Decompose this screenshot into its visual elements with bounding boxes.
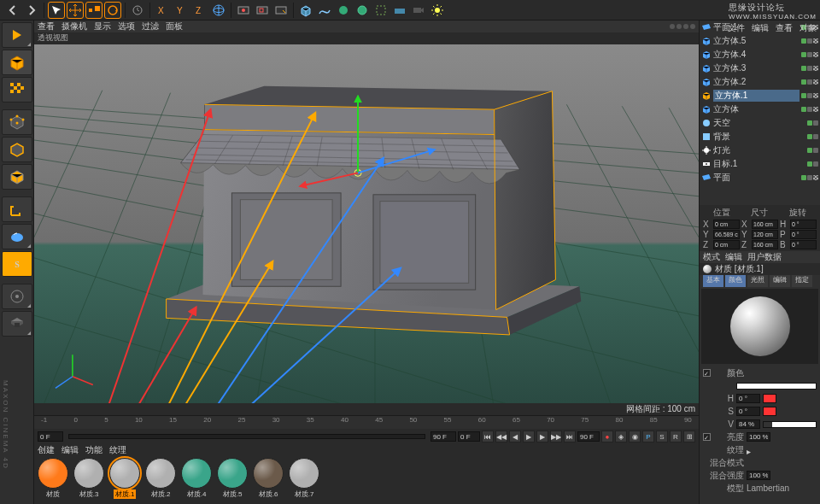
material-item[interactable]: 材质.3 [72, 458, 106, 499]
hierarchy-row[interactable]: 立方体.2 [700, 75, 820, 89]
hierarchy-row[interactable]: 目标.1 [700, 157, 820, 171]
s-swatch[interactable] [763, 407, 776, 416]
start-frame-input[interactable] [38, 431, 63, 442]
material-item[interactable]: 材质.1 [108, 458, 142, 499]
mat-menu-tex[interactable]: 纹理 [109, 444, 126, 456]
edge-mode-icon[interactable] [2, 137, 32, 162]
hierarchy-row[interactable]: 天空 [700, 116, 820, 130]
sat-input[interactable] [736, 407, 760, 416]
menu-object[interactable]: 对象 [800, 22, 817, 34]
hierarchy-row[interactable]: 立方体.3 [700, 62, 820, 75]
spline-icon[interactable] [316, 2, 333, 19]
color-checkbox[interactable] [703, 369, 711, 377]
view-menu-camera[interactable]: 摄像机 [62, 21, 87, 32]
model-mode-icon[interactable] [2, 50, 32, 75]
key-param-icon[interactable]: ⊞ [683, 431, 695, 442]
record-icon[interactable]: ● [601, 431, 613, 442]
view-menu-display[interactable]: 显示 [94, 21, 111, 32]
light-icon[interactable] [429, 2, 446, 19]
globe-icon[interactable] [210, 2, 227, 19]
texture-mode-icon[interactable] [2, 77, 32, 103]
material-item[interactable]: 材质.2 [144, 458, 178, 499]
move-tool-icon[interactable] [67, 2, 84, 19]
history-icon[interactable] [129, 2, 146, 19]
key-pos-icon[interactable]: P [642, 431, 654, 442]
key-scale-icon[interactable]: S [656, 431, 668, 442]
view-menu-view[interactable]: 查看 [38, 21, 55, 32]
undo-icon[interactable] [4, 2, 21, 19]
attr-tab-edit[interactable]: 编辑 [725, 251, 742, 263]
hierarchy-row[interactable]: 立方体.1 [700, 89, 820, 103]
render-icon[interactable] [235, 2, 252, 19]
generator-icon[interactable] [354, 2, 371, 19]
x-axis-icon[interactable]: X [154, 2, 171, 19]
workplane-icon[interactable] [2, 284, 32, 309]
camera-icon[interactable] [410, 2, 427, 19]
render-region-icon[interactable] [254, 2, 271, 19]
select-tool-icon[interactable] [48, 2, 65, 19]
axis-mode-icon[interactable] [2, 196, 32, 222]
menu-file[interactable]: 文件 [728, 22, 745, 34]
scale-tool-icon[interactable] [85, 2, 102, 19]
view-menu-filter[interactable]: 过滤 [142, 21, 159, 32]
primitive-cube-icon[interactable] [297, 2, 314, 19]
render-settings-icon[interactable] [272, 2, 290, 19]
y-axis-icon[interactable]: Y [173, 2, 190, 19]
subtab-illum[interactable]: 光照 [747, 275, 768, 287]
object-hierarchy[interactable]: 平面.1立方体.5立方体.4立方体.3立方体.2立方体.1立方体天空背景灯光目标… [700, 21, 820, 205]
rotate-tool-icon[interactable] [104, 2, 121, 19]
color-swatch[interactable] [736, 383, 817, 390]
key-rot-icon[interactable]: R [670, 431, 682, 442]
menu-view[interactable]: 查看 [776, 22, 793, 34]
h-swatch[interactable] [763, 394, 776, 403]
mat-menu-edit[interactable]: 编辑 [62, 444, 79, 456]
soft-select-icon[interactable] [2, 224, 32, 249]
subtab-edit[interactable]: 编辑 [770, 275, 790, 287]
mat-menu-func[interactable]: 功能 [85, 444, 102, 456]
hue-input[interactable] [736, 394, 760, 403]
next-key-icon[interactable]: ▶▶ [550, 431, 562, 442]
subtab-basic[interactable]: 基本 [703, 275, 723, 287]
hierarchy-row[interactable]: 背景 [700, 130, 820, 144]
prev-key-icon[interactable]: ◀◀ [495, 431, 507, 442]
end-frame-input[interactable] [430, 431, 456, 442]
prev-frame-icon[interactable]: ◀ [509, 431, 521, 442]
material-item[interactable]: 材质.6 [251, 458, 285, 499]
hierarchy-row[interactable]: 平面 [700, 171, 820, 185]
hierarchy-row[interactable]: 灯光 [700, 144, 820, 157]
point-mode-icon[interactable] [2, 109, 32, 135]
hierarchy-row[interactable]: 立方体.5 [700, 34, 820, 48]
material-manager[interactable]: 材质材质.3材质.1材质.2材质.4材质.5材质.6材质.7 [34, 456, 699, 504]
view-menu-options[interactable]: 选项 [118, 21, 135, 32]
val-input[interactable] [736, 419, 760, 429]
make-editable-icon[interactable] [2, 22, 32, 48]
lock-icon[interactable] [2, 311, 32, 337]
end-frame-input-2[interactable] [577, 431, 600, 442]
menu-edit[interactable]: 编辑 [752, 22, 769, 34]
mat-menu-create[interactable]: 创建 [38, 444, 55, 456]
view-menu-panel[interactable]: 面板 [166, 21, 183, 32]
polygon-mode-icon[interactable] [2, 164, 32, 190]
key-all-icon[interactable]: ◉ [629, 431, 641, 442]
autokey-icon[interactable]: ◈ [615, 431, 627, 442]
environment-icon[interactable] [391, 2, 408, 19]
blendstr-input[interactable] [747, 471, 770, 480]
hierarchy-row[interactable]: 立方体.4 [700, 48, 820, 62]
subtab-assign[interactable]: 指定 [792, 275, 812, 287]
goto-start-icon[interactable]: ⏮ [482, 431, 494, 442]
subtab-color[interactable]: 颜色 [725, 275, 746, 287]
hierarchy-row[interactable]: 立方体 [700, 103, 820, 116]
deformer-icon[interactable] [372, 2, 390, 19]
material-item[interactable]: 材质.5 [215, 458, 249, 499]
texture-arrow-icon[interactable]: ▸ [747, 447, 753, 454]
nurbs-icon[interactable] [335, 2, 352, 19]
material-item[interactable]: 材质.4 [179, 458, 214, 499]
v-bar[interactable] [763, 421, 817, 428]
brightness-input[interactable] [747, 432, 770, 442]
play-icon[interactable]: ▶ [523, 431, 535, 442]
timeline-slider[interactable] [68, 434, 425, 439]
attr-tab-mode[interactable]: 模式 [703, 251, 720, 263]
next-frame-icon[interactable]: ▶ [536, 431, 548, 442]
z-axis-icon[interactable]: Z [191, 2, 208, 19]
goto-end-icon[interactable]: ⏭ [564, 431, 576, 442]
